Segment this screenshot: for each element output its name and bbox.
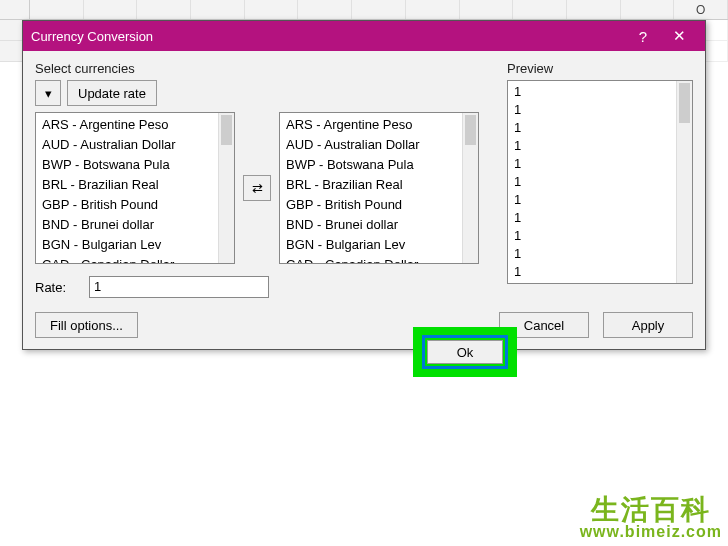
close-button[interactable]: ✕	[661, 21, 697, 51]
currency-conversion-dialog: Currency Conversion ? ✕ Select currencie…	[22, 20, 706, 350]
column-header-o[interactable]: O	[674, 0, 728, 19]
preview-item: 1	[514, 191, 686, 209]
preview-listbox[interactable]: 1 1 1 1 1 1 1 1 1 1 1	[507, 80, 693, 284]
rate-label: Rate:	[35, 280, 79, 295]
list-item[interactable]: CAD - Canadian Dollar	[36, 255, 218, 264]
watermark: 生活百科 www.bimeiz.com	[580, 496, 722, 540]
list-item[interactable]: ARS - Argentine Peso	[280, 115, 462, 135]
currency-to-listbox[interactable]: ARS - Argentine Peso AUD - Australian Do…	[279, 112, 479, 264]
list-item[interactable]: BRL - Brazilian Real	[280, 175, 462, 195]
preview-scrollbar[interactable]	[676, 81, 692, 283]
currency-from-listbox[interactable]: ARS - Argentine Peso AUD - Australian Do…	[35, 112, 235, 264]
listbox-scrollbar[interactable]	[462, 113, 478, 263]
preview-item: 1	[514, 155, 686, 173]
preview-item: 1	[514, 227, 686, 245]
ok-highlight: Ok	[413, 327, 517, 377]
list-item[interactable]: BND - Brunei dollar	[280, 215, 462, 235]
list-item[interactable]: CAD - Canadian Dollar	[280, 255, 462, 264]
list-item[interactable]: BWP - Botswana Pula	[36, 155, 218, 175]
list-item[interactable]: AUD - Australian Dollar	[36, 135, 218, 155]
preview-item: 1	[514, 173, 686, 191]
swap-icon: ⇄	[252, 181, 263, 196]
list-item[interactable]: BWP - Botswana Pula	[280, 155, 462, 175]
update-rate-button[interactable]: Update rate	[67, 80, 157, 106]
list-item[interactable]: BGN - Bulgarian Lev	[36, 235, 218, 255]
preview-item: 1	[514, 101, 686, 119]
list-item[interactable]: ARS - Argentine Peso	[36, 115, 218, 135]
dialog-titlebar[interactable]: Currency Conversion ? ✕	[23, 21, 705, 51]
fill-options-button[interactable]: Fill options...	[35, 312, 138, 338]
rate-input[interactable]: 1	[89, 276, 269, 298]
swap-currencies-button[interactable]: ⇄	[243, 175, 271, 201]
rate-menu-dropdown[interactable]: ▾	[35, 80, 61, 106]
preview-item: 1	[514, 119, 686, 137]
chevron-down-icon: ▾	[45, 86, 52, 101]
list-item[interactable]: AUD - Australian Dollar	[280, 135, 462, 155]
list-item[interactable]: BRL - Brazilian Real	[36, 175, 218, 195]
help-button[interactable]: ?	[625, 21, 661, 51]
preview-label: Preview	[507, 61, 693, 76]
select-currencies-label: Select currencies	[35, 61, 495, 76]
preview-item: 1	[514, 83, 686, 101]
list-item[interactable]: BGN - Bulgarian Lev	[280, 235, 462, 255]
listbox-scrollbar[interactable]	[218, 113, 234, 263]
list-item[interactable]: GBP - British Pound	[280, 195, 462, 215]
column-headers: O	[0, 0, 728, 20]
preview-item: 1	[514, 209, 686, 227]
apply-button[interactable]: Apply	[603, 312, 693, 338]
ok-button[interactable]: Ok	[427, 340, 503, 364]
list-item[interactable]: GBP - British Pound	[36, 195, 218, 215]
dialog-title: Currency Conversion	[31, 29, 625, 44]
watermark-text: 生活百科	[580, 496, 722, 524]
preview-item: 1	[514, 137, 686, 155]
list-item[interactable]: BND - Brunei dollar	[36, 215, 218, 235]
preview-item: 1	[514, 245, 686, 263]
watermark-url: www.bimeiz.com	[580, 524, 722, 540]
preview-item: 1	[514, 263, 686, 281]
